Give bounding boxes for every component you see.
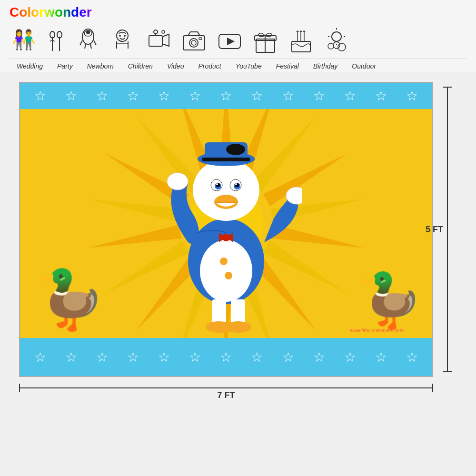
svg-point-81 [167,173,188,190]
star-icon: ☆ [158,88,170,104]
svg-point-22 [191,40,196,45]
svg-point-17 [154,30,158,34]
svg-rect-23 [199,38,202,40]
logo: Colorwonder [10,5,92,20]
width-label: 7 FT [19,390,433,400]
svg-point-78 [222,234,230,241]
nav-festival[interactable]: Festival [269,62,306,70]
youtube-icon [217,27,243,53]
star-icon: ☆ [96,88,108,104]
nav-children[interactable]: Children [121,62,160,70]
star-icon: ☆ [65,349,77,365]
category-icons-row: 👫 [10,25,466,56]
svg-line-11 [90,44,91,49]
star-icon: ☆ [313,88,325,104]
category-birthday[interactable] [288,27,314,53]
svg-line-10 [85,44,86,49]
camera-icon [181,27,207,53]
star-icon: ☆ [406,88,418,104]
svg-line-8 [80,40,82,45]
category-outdoor[interactable] [324,27,350,53]
newborn-icon [76,27,100,53]
svg-point-80 [225,272,232,279]
star-icon: ☆ [158,349,170,365]
nav-video[interactable]: Video [160,62,191,70]
star-icon: ☆ [344,349,356,365]
star-icon: ☆ [282,349,294,365]
nav-party[interactable]: Party [50,62,80,70]
main-area: ☆ ☆ ☆ ☆ ☆ ☆ ☆ ☆ ☆ ☆ ☆ ☆ ☆ [0,72,476,407]
nav-newborn[interactable]: Newborn [80,62,121,70]
wedding-icon: 👫 [10,27,36,53]
svg-point-86 [225,321,251,333]
duck-left: 🦆 [34,266,106,333]
star-icon: ☆ [220,349,232,365]
svg-text:👫: 👫 [12,28,36,51]
category-festival[interactable] [252,27,278,53]
star-icon: ☆ [65,88,77,104]
star-icon: ☆ [34,349,46,365]
svg-point-13 [119,35,121,37]
watermark: www.fabuloussavers.com [350,328,404,333]
star-icon: ☆ [127,88,139,104]
category-children[interactable] [109,27,136,53]
star-icon: ☆ [282,88,294,104]
svg-point-21 [189,39,198,47]
star-icon: ☆ [189,349,201,365]
sunburst-bg: 🦆 [20,109,432,338]
donald-duck-main [150,114,302,338]
star-icon: ☆ [220,88,232,104]
svg-point-62 [193,159,259,221]
svg-marker-16 [162,34,169,46]
video-icon [145,27,171,53]
product-container: ☆ ☆ ☆ ☆ ☆ ☆ ☆ ☆ ☆ ☆ ☆ ☆ ☆ [19,82,433,377]
category-youtube[interactable] [217,27,243,53]
star-icon: ☆ [96,349,108,365]
svg-marker-25 [227,38,235,45]
category-newborn[interactable] [76,27,100,53]
svg-point-7 [86,30,90,34]
category-product[interactable] [181,27,207,53]
star-icon: ☆ [344,88,356,104]
svg-point-33 [332,32,341,41]
star-icon: ☆ [127,349,139,365]
star-icon: ☆ [313,349,325,365]
star-icon: ☆ [251,88,263,104]
nav-outdoor[interactable]: Outdoor [345,62,383,70]
nav-youtube[interactable]: YouTube [228,62,269,70]
svg-point-19 [162,30,165,33]
backdrop-image: ☆ ☆ ☆ ☆ ☆ ☆ ☆ ☆ ☆ ☆ ☆ ☆ ☆ [19,82,433,377]
star-icon: ☆ [375,349,387,365]
svg-point-73 [216,183,218,185]
nav-product[interactable]: Product [191,62,228,70]
star-icon: ☆ [375,88,387,104]
nav-wedding[interactable]: Wedding [10,62,50,70]
category-video[interactable] [145,27,171,53]
nav-birthday[interactable]: Birthday [306,62,345,70]
height-label: 5 FT [426,225,443,235]
page-wrapper: Colorwonder 👫 [0,0,476,407]
gift-icon [252,27,278,53]
party-icon [45,27,67,53]
star-border-top: ☆ ☆ ☆ ☆ ☆ ☆ ☆ ☆ ☆ ☆ ☆ ☆ ☆ [20,83,432,109]
star-icon: ☆ [189,88,201,104]
svg-point-14 [124,35,126,37]
nav-row: Wedding Party Newborn Children Video Pro… [10,58,466,70]
svg-point-38 [328,43,334,49]
birthday-icon [288,27,314,53]
svg-rect-65 [202,158,250,161]
svg-point-61 [200,240,252,302]
star-icon: ☆ [406,349,418,365]
star-icon: ☆ [251,349,263,365]
duck-right: 🦆 [357,269,423,331]
category-party[interactable] [45,27,67,53]
svg-rect-15 [149,36,162,46]
svg-line-9 [94,40,96,45]
svg-point-74 [235,183,237,185]
star-icon: ☆ [34,88,46,104]
category-wedding[interactable]: 👫 [10,27,36,53]
width-measurement: 7 FT [19,387,433,400]
outdoor-icon [324,27,350,53]
svg-point-66 [226,144,245,155]
star-border-bottom: ☆ ☆ ☆ ☆ ☆ ☆ ☆ ☆ ☆ ☆ ☆ ☆ ☆ [20,338,432,376]
